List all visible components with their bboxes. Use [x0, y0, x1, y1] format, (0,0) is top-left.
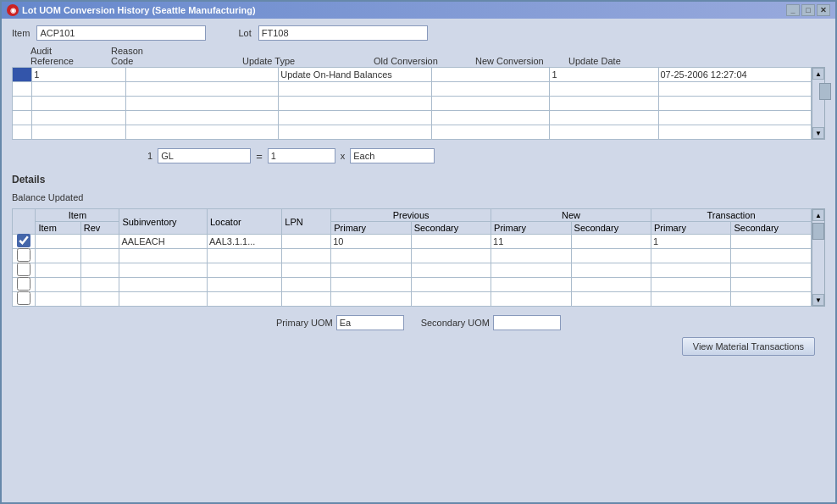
scroll-thumb[interactable] — [819, 83, 831, 100]
old-conv-cell-3[interactable] — [431, 97, 550, 111]
reason-code-cell-5[interactable] — [125, 125, 278, 140]
secondary-uom-input[interactable] — [493, 315, 561, 330]
new-conv-cell-3[interactable] — [550, 97, 658, 111]
new-conv-cell-1[interactable] — [550, 68, 658, 82]
maximize-button[interactable]: □ — [801, 4, 815, 16]
details-new-secondary-input-1[interactable] — [572, 235, 651, 248]
details-scrollbar[interactable]: ▲ ▼ — [812, 208, 825, 307]
details-scroll-down[interactable]: ▼ — [812, 294, 824, 306]
scroll-up-arrow[interactable]: ▲ — [812, 68, 824, 80]
details-prev-secondary-input-1[interactable] — [412, 235, 491, 248]
details-lpn-cell-1[interactable] — [282, 235, 331, 249]
reason-code-input-1[interactable] — [126, 68, 278, 81]
audit-ref-cell-4[interactable] — [32, 111, 126, 125]
update-date-input-2[interactable] — [659, 82, 812, 96]
audit-ref-cell-5[interactable] — [32, 125, 126, 140]
reason-code-input-3[interactable] — [126, 97, 278, 110]
update-date-input-1[interactable] — [659, 68, 812, 81]
details-new-secondary-cell-1[interactable] — [571, 235, 651, 249]
old-conv-input-1[interactable] — [432, 68, 550, 81]
scroll-down-arrow[interactable]: ▼ — [812, 127, 824, 139]
new-conv-input-5[interactable] — [550, 125, 657, 139]
reason-code-input-2[interactable] — [126, 82, 278, 96]
new-conv-cell-2[interactable] — [550, 82, 658, 97]
primary-uom-input[interactable] — [336, 315, 404, 330]
details-item-cell-1[interactable] — [36, 235, 80, 249]
top-grid-scrollbar[interactable]: ▲ ▼ — [812, 67, 825, 140]
new-conv-input-3[interactable] — [550, 97, 657, 110]
update-type-input-3[interactable] — [279, 97, 430, 110]
update-type-input-2[interactable] — [279, 82, 430, 96]
reason-code-cell-2[interactable] — [125, 82, 278, 97]
view-material-transactions-button[interactable]: View Material Transactions — [682, 337, 815, 356]
update-date-cell-4[interactable] — [658, 111, 812, 125]
details-cb-cell-4[interactable] — [13, 278, 36, 292]
audit-ref-cell-2[interactable] — [32, 82, 126, 97]
old-conv-input-2[interactable] — [432, 82, 550, 96]
update-date-input-4[interactable] — [659, 111, 812, 125]
update-type-input-1[interactable] — [279, 68, 430, 81]
audit-ref-input-3[interactable] — [32, 97, 125, 110]
details-trans-primary-cell-1[interactable] — [651, 235, 731, 249]
details-item-cell-2[interactable] — [36, 249, 80, 263]
old-conv-input-3[interactable] — [432, 97, 550, 110]
details-scroll-up[interactable]: ▲ — [812, 209, 824, 221]
details-checkbox-3[interactable] — [13, 263, 35, 276]
old-conv-cell-2[interactable] — [431, 82, 550, 97]
formula-gl-input[interactable] — [158, 148, 251, 163]
details-new-primary-cell-1[interactable] — [491, 235, 571, 249]
details-trans-secondary-cell-1[interactable] — [731, 235, 812, 249]
audit-ref-input-4[interactable] — [32, 111, 125, 125]
update-type-cell-2[interactable] — [279, 82, 431, 97]
reason-code-cell-1[interactable] — [125, 68, 278, 82]
formula-factor-input[interactable] — [268, 148, 335, 163]
new-conv-cell-5[interactable] — [550, 125, 658, 140]
update-type-cell-5[interactable] — [279, 125, 431, 140]
update-date-cell-3[interactable] — [658, 97, 812, 111]
item-field[interactable] — [36, 25, 206, 41]
formula-each-input[interactable] — [350, 148, 435, 163]
reason-code-input-5[interactable] — [126, 125, 278, 139]
reason-code-input-4[interactable] — [126, 111, 278, 125]
details-new-primary-input-1[interactable] — [491, 235, 570, 248]
new-conv-input-1[interactable] — [550, 68, 657, 81]
reason-code-cell-4[interactable] — [125, 111, 278, 125]
update-type-cell-3[interactable] — [279, 97, 431, 111]
details-prev-secondary-cell-1[interactable] — [411, 235, 491, 249]
audit-ref-cell-3[interactable] — [32, 97, 126, 111]
new-conv-input-4[interactable] — [550, 111, 657, 125]
details-cb-cell-3[interactable] — [13, 263, 36, 278]
details-cb-cell-5[interactable] — [13, 292, 36, 307]
details-checkbox-5[interactable] — [13, 291, 35, 305]
update-date-cell-5[interactable] — [658, 125, 812, 140]
details-cb-cell-2[interactable] — [13, 249, 36, 263]
update-date-input-5[interactable] — [659, 125, 812, 139]
minimize-button[interactable]: _ — [786, 4, 800, 16]
details-subinv-input-1[interactable] — [119, 235, 207, 248]
update-type-cell-4[interactable] — [279, 111, 431, 125]
old-conv-input-4[interactable] — [432, 111, 550, 125]
audit-ref-input-5[interactable] — [32, 125, 125, 139]
new-conv-input-2[interactable] — [550, 82, 657, 96]
details-locator-input-1[interactable] — [208, 235, 281, 248]
details-prev-primary-cell-1[interactable] — [331, 235, 411, 249]
old-conv-cell-1[interactable] — [431, 68, 550, 82]
details-checkbox-2[interactable] — [13, 248, 35, 262]
update-date-cell-2[interactable] — [658, 82, 812, 97]
reason-code-cell-3[interactable] — [125, 97, 278, 111]
details-trans-primary-input-1[interactable] — [651, 235, 730, 248]
details-lpn-input-1[interactable] — [282, 235, 330, 248]
details-subinv-cell-1[interactable] — [119, 235, 208, 249]
audit-ref-cell-1[interactable] — [32, 68, 126, 82]
details-scroll-thumb[interactable] — [812, 223, 824, 240]
new-conv-cell-4[interactable] — [550, 111, 658, 125]
details-locator-cell-1[interactable] — [207, 235, 281, 249]
update-type-cell-1[interactable] — [279, 68, 431, 82]
old-conv-cell-5[interactable] — [431, 125, 550, 140]
details-item-input-1[interactable] — [36, 235, 80, 248]
old-conv-input-5[interactable] — [432, 125, 550, 139]
details-cb-cell-1[interactable] — [13, 235, 36, 249]
details-checkbox-1[interactable] — [13, 234, 35, 247]
update-type-input-4[interactable] — [279, 111, 430, 125]
lot-field[interactable] — [258, 25, 428, 41]
